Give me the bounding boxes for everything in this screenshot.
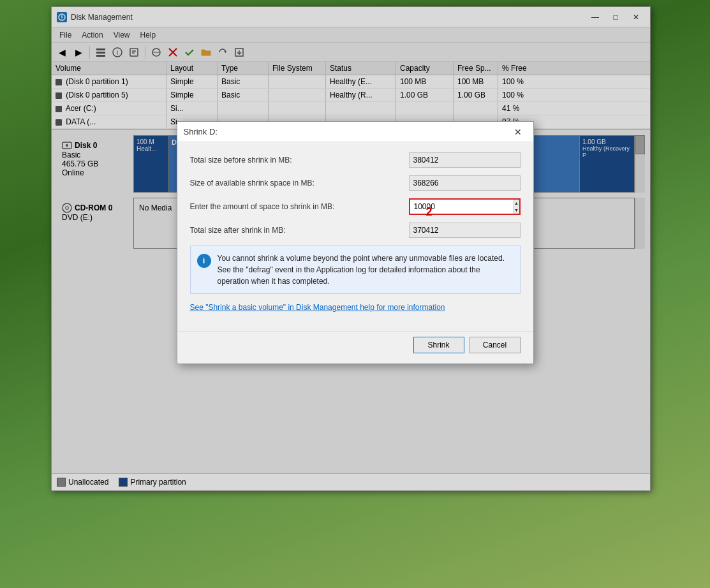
spin-buttons: ▲ ▼ (514, 200, 519, 214)
available-value: 368266 (409, 175, 521, 191)
field-total-size: Total size before shrink in MB: 380412 (190, 152, 521, 168)
total-after-value: 370412 (409, 223, 521, 238)
modal-footer: Shrink Cancel (177, 331, 533, 364)
shrink-button[interactable]: Shrink (413, 337, 464, 353)
modal-title: Shrink D: (184, 127, 218, 136)
total-size-label: Total size before shrink in MB: (190, 156, 409, 165)
info-text: You cannot shrink a volume beyond the po… (218, 253, 514, 287)
modal-overlay: Shrink D: ✕ Total size before shrink in … (0, 0, 710, 588)
modal-titlebar: Shrink D: ✕ (177, 122, 533, 142)
total-size-value: 380412 (409, 152, 521, 168)
field-total-after: Total size after shrink in MB: 370412 (190, 223, 521, 238)
shrink-amount-label: Enter the amount of space to shrink in M… (190, 202, 409, 211)
help-link[interactable]: See "Shrink a basic volume" in Disk Mana… (190, 303, 521, 312)
info-icon: i (197, 254, 211, 268)
available-label: Size of available shrink space in MB: (190, 179, 409, 187)
modal-body: Total size before shrink in MB: 380412 S… (177, 142, 533, 331)
shrink-dialog: Shrink D: ✕ Total size before shrink in … (177, 121, 534, 364)
field-available: Size of available shrink space in MB: 36… (190, 175, 521, 191)
cancel-button[interactable]: Cancel (470, 337, 521, 353)
modal-close-button[interactable]: ✕ (509, 126, 527, 138)
spin-down-button[interactable]: ▼ (514, 207, 519, 214)
total-after-label: Total size after shrink in MB: (190, 226, 409, 235)
spin-up-button[interactable]: ▲ (514, 200, 519, 207)
field-shrink-amount: Enter the amount of space to shrink in M… (190, 198, 521, 215)
step-annotation-2: 2 (426, 205, 433, 219)
info-box: i You cannot shrink a volume beyond the … (190, 246, 521, 294)
